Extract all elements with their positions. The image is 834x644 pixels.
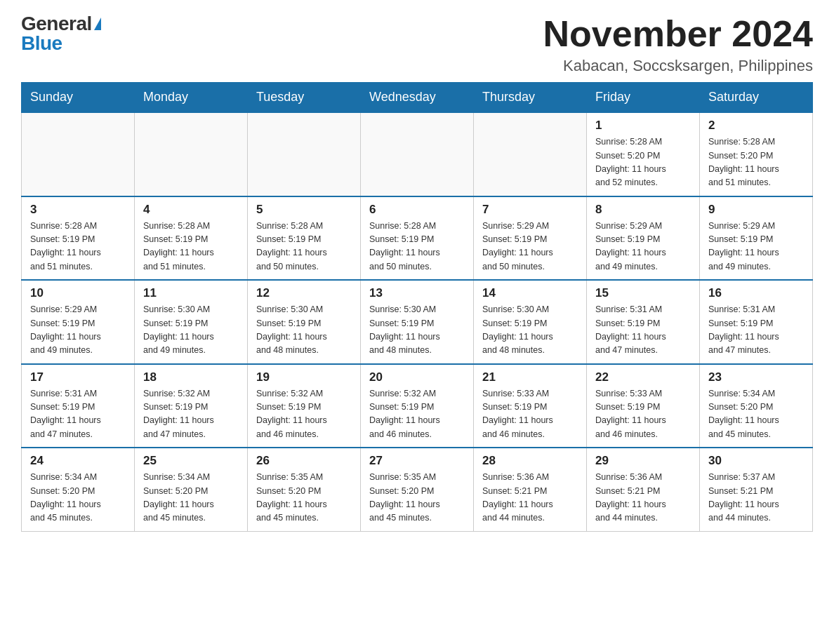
calendar-cell — [135, 112, 248, 196]
day-number: 12 — [256, 286, 352, 300]
calendar-cell: 12Sunrise: 5:30 AM Sunset: 5:19 PM Dayli… — [248, 280, 361, 364]
calendar-cell: 23Sunrise: 5:34 AM Sunset: 5:20 PM Dayli… — [700, 364, 813, 448]
day-number: 21 — [482, 370, 578, 384]
day-info: Sunrise: 5:29 AM Sunset: 5:19 PM Dayligh… — [482, 220, 578, 274]
day-info: Sunrise: 5:36 AM Sunset: 5:21 PM Dayligh… — [482, 471, 578, 525]
day-number: 4 — [143, 203, 239, 217]
day-info: Sunrise: 5:29 AM Sunset: 5:19 PM Dayligh… — [595, 220, 691, 274]
week-row-4: 17Sunrise: 5:31 AM Sunset: 5:19 PM Dayli… — [22, 364, 813, 448]
calendar-cell: 5Sunrise: 5:28 AM Sunset: 5:19 PM Daylig… — [248, 196, 361, 281]
calendar-cell: 19Sunrise: 5:32 AM Sunset: 5:19 PM Dayli… — [248, 364, 361, 448]
day-number: 9 — [708, 203, 804, 217]
calendar-cell: 7Sunrise: 5:29 AM Sunset: 5:19 PM Daylig… — [474, 196, 587, 281]
calendar-cell: 29Sunrise: 5:36 AM Sunset: 5:21 PM Dayli… — [587, 448, 700, 531]
day-number: 5 — [256, 203, 352, 217]
day-info: Sunrise: 5:28 AM Sunset: 5:20 PM Dayligh… — [708, 135, 804, 190]
day-number: 25 — [143, 454, 239, 468]
day-number: 23 — [708, 370, 804, 384]
day-number: 28 — [482, 454, 578, 468]
day-info: Sunrise: 5:31 AM Sunset: 5:19 PM Dayligh… — [30, 387, 126, 442]
calendar-cell: 9Sunrise: 5:29 AM Sunset: 5:19 PM Daylig… — [700, 196, 813, 281]
week-row-5: 24Sunrise: 5:34 AM Sunset: 5:20 PM Dayli… — [22, 448, 813, 531]
logo-blue-text: Blue — [21, 34, 62, 53]
day-number: 8 — [595, 203, 691, 217]
calendar-cell — [22, 112, 135, 196]
calendar-cell: 16Sunrise: 5:31 AM Sunset: 5:19 PM Dayli… — [700, 280, 813, 364]
calendar-cell: 14Sunrise: 5:30 AM Sunset: 5:19 PM Dayli… — [474, 280, 587, 364]
day-number: 1 — [595, 119, 691, 133]
day-header-saturday: Saturday — [700, 83, 813, 113]
logo: General Blue — [21, 14, 101, 53]
day-info: Sunrise: 5:30 AM Sunset: 5:19 PM Dayligh… — [143, 303, 239, 358]
day-header-tuesday: Tuesday — [248, 83, 361, 113]
week-row-3: 10Sunrise: 5:29 AM Sunset: 5:19 PM Dayli… — [22, 280, 813, 364]
day-info: Sunrise: 5:28 AM Sunset: 5:19 PM Dayligh… — [369, 220, 465, 274]
calendar-cell: 18Sunrise: 5:32 AM Sunset: 5:19 PM Dayli… — [135, 364, 248, 448]
day-info: Sunrise: 5:37 AM Sunset: 5:21 PM Dayligh… — [708, 471, 804, 525]
calendar-cell: 3Sunrise: 5:28 AM Sunset: 5:19 PM Daylig… — [22, 196, 135, 281]
day-number: 2 — [708, 119, 804, 133]
day-info: Sunrise: 5:28 AM Sunset: 5:19 PM Dayligh… — [256, 220, 352, 274]
day-number: 14 — [482, 286, 578, 300]
calendar-cell: 26Sunrise: 5:35 AM Sunset: 5:20 PM Dayli… — [248, 448, 361, 531]
calendar-cell: 10Sunrise: 5:29 AM Sunset: 5:19 PM Dayli… — [22, 280, 135, 364]
calendar-cell: 17Sunrise: 5:31 AM Sunset: 5:19 PM Dayli… — [22, 364, 135, 448]
day-info: Sunrise: 5:30 AM Sunset: 5:19 PM Dayligh… — [369, 303, 465, 358]
calendar-cell: 6Sunrise: 5:28 AM Sunset: 5:19 PM Daylig… — [361, 196, 474, 281]
day-number: 13 — [369, 286, 465, 300]
day-info: Sunrise: 5:34 AM Sunset: 5:20 PM Dayligh… — [143, 471, 239, 525]
logo-triangle-icon — [94, 18, 101, 30]
day-number: 16 — [708, 286, 804, 300]
day-number: 15 — [595, 286, 691, 300]
calendar-cell: 22Sunrise: 5:33 AM Sunset: 5:19 PM Dayli… — [587, 364, 700, 448]
day-info: Sunrise: 5:35 AM Sunset: 5:20 PM Dayligh… — [256, 471, 352, 525]
day-info: Sunrise: 5:35 AM Sunset: 5:20 PM Dayligh… — [369, 471, 465, 525]
calendar-table: SundayMondayTuesdayWednesdayThursdayFrid… — [21, 82, 813, 532]
day-header-friday: Friday — [587, 83, 700, 113]
day-info: Sunrise: 5:30 AM Sunset: 5:19 PM Dayligh… — [482, 303, 578, 358]
page-header: General Blue November 2024 Kabacan, Socc… — [21, 14, 813, 75]
day-number: 24 — [30, 454, 126, 468]
calendar-cell: 11Sunrise: 5:30 AM Sunset: 5:19 PM Dayli… — [135, 280, 248, 364]
day-number: 26 — [256, 454, 352, 468]
calendar-cell: 4Sunrise: 5:28 AM Sunset: 5:19 PM Daylig… — [135, 196, 248, 281]
calendar-cell — [361, 112, 474, 196]
day-number: 27 — [369, 454, 465, 468]
day-number: 7 — [482, 203, 578, 217]
title-section: November 2024 Kabacan, Soccsksargen, Phi… — [543, 14, 813, 75]
calendar-cell: 25Sunrise: 5:34 AM Sunset: 5:20 PM Dayli… — [135, 448, 248, 531]
day-number: 30 — [708, 454, 804, 468]
week-row-2: 3Sunrise: 5:28 AM Sunset: 5:19 PM Daylig… — [22, 196, 813, 281]
calendar-cell: 1Sunrise: 5:28 AM Sunset: 5:20 PM Daylig… — [587, 112, 700, 196]
day-number: 10 — [30, 286, 126, 300]
day-info: Sunrise: 5:29 AM Sunset: 5:19 PM Dayligh… — [708, 220, 804, 274]
day-number: 19 — [256, 370, 352, 384]
day-info: Sunrise: 5:28 AM Sunset: 5:20 PM Dayligh… — [595, 135, 691, 190]
day-header-sunday: Sunday — [22, 83, 135, 113]
month-title: November 2024 — [543, 14, 813, 54]
calendar-cell: 8Sunrise: 5:29 AM Sunset: 5:19 PM Daylig… — [587, 196, 700, 281]
day-number: 3 — [30, 203, 126, 217]
calendar-cell: 28Sunrise: 5:36 AM Sunset: 5:21 PM Dayli… — [474, 448, 587, 531]
calendar-cell: 15Sunrise: 5:31 AM Sunset: 5:19 PM Dayli… — [587, 280, 700, 364]
day-number: 17 — [30, 370, 126, 384]
day-info: Sunrise: 5:28 AM Sunset: 5:19 PM Dayligh… — [30, 220, 126, 274]
calendar-cell — [248, 112, 361, 196]
day-header-thursday: Thursday — [474, 83, 587, 113]
day-number: 20 — [369, 370, 465, 384]
week-row-1: 1Sunrise: 5:28 AM Sunset: 5:20 PM Daylig… — [22, 112, 813, 196]
calendar-cell: 13Sunrise: 5:30 AM Sunset: 5:19 PM Dayli… — [361, 280, 474, 364]
calendar-cell: 20Sunrise: 5:32 AM Sunset: 5:19 PM Dayli… — [361, 364, 474, 448]
calendar-cell: 24Sunrise: 5:34 AM Sunset: 5:20 PM Dayli… — [22, 448, 135, 531]
calendar-cell: 2Sunrise: 5:28 AM Sunset: 5:20 PM Daylig… — [700, 112, 813, 196]
calendar-cell: 21Sunrise: 5:33 AM Sunset: 5:19 PM Dayli… — [474, 364, 587, 448]
calendar-cell: 27Sunrise: 5:35 AM Sunset: 5:20 PM Dayli… — [361, 448, 474, 531]
day-info: Sunrise: 5:36 AM Sunset: 5:21 PM Dayligh… — [595, 471, 691, 525]
day-number: 18 — [143, 370, 239, 384]
logo-general-text: General — [21, 14, 92, 34]
day-number: 6 — [369, 203, 465, 217]
day-info: Sunrise: 5:33 AM Sunset: 5:19 PM Dayligh… — [482, 387, 578, 442]
day-info: Sunrise: 5:30 AM Sunset: 5:19 PM Dayligh… — [256, 303, 352, 358]
day-info: Sunrise: 5:32 AM Sunset: 5:19 PM Dayligh… — [369, 387, 465, 442]
day-info: Sunrise: 5:33 AM Sunset: 5:19 PM Dayligh… — [595, 387, 691, 442]
